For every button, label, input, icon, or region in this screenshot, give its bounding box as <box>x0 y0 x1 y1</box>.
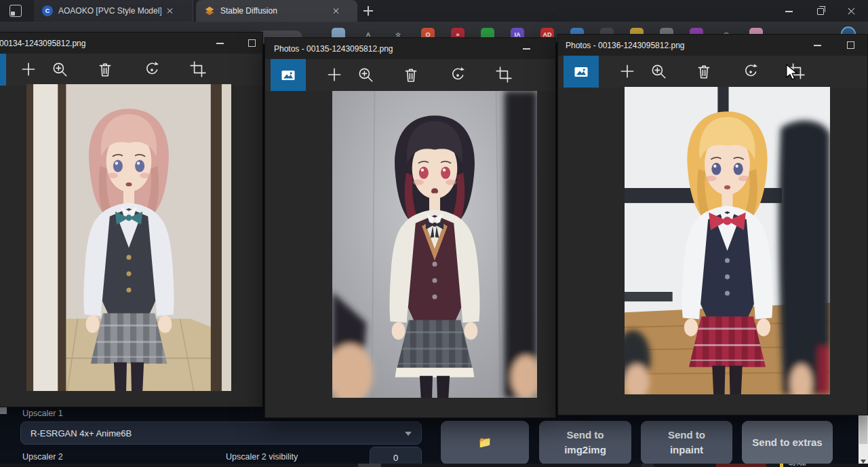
title-bar[interactable]: Photos - 00136-1243095812.png <box>558 35 867 56</box>
delete-icon[interactable] <box>695 62 713 80</box>
photo-icon <box>280 67 296 83</box>
collection-button[interactable] <box>271 59 306 91</box>
rotate-icon[interactable] <box>449 66 467 83</box>
zoom-in-icon[interactable] <box>51 60 68 78</box>
delete-icon[interactable] <box>402 66 420 83</box>
photos-toolbar <box>0 54 262 86</box>
photo-00136[interactable] <box>625 87 830 394</box>
rotate-icon[interactable] <box>143 60 161 78</box>
title-bar[interactable]: 00134-1243095812.png <box>0 33 262 54</box>
zoom-in-icon[interactable] <box>357 66 374 83</box>
send-to-img2img-button[interactable]: Send to img2img <box>539 421 631 464</box>
open-folder-button[interactable]: 📁 <box>441 421 529 464</box>
send-to-inpaint-button[interactable]: Send to inpaint <box>641 421 732 464</box>
window-title: Photos - 00135-1243095812.png <box>274 44 393 54</box>
add-icon[interactable] <box>326 66 343 83</box>
photo-00134[interactable] <box>26 84 231 391</box>
mouse-cursor <box>784 64 799 80</box>
minimize-icon[interactable] <box>216 43 224 44</box>
collection-button[interactable] <box>564 56 599 88</box>
new-tab-icon[interactable] <box>363 6 373 16</box>
minimize-icon[interactable] <box>814 45 821 46</box>
delete-icon[interactable] <box>96 60 114 78</box>
window-restore-icon[interactable] <box>809 0 832 22</box>
add-icon[interactable] <box>618 62 636 80</box>
crop-icon[interactable] <box>189 60 207 78</box>
civitai-favicon-icon: C <box>42 5 53 16</box>
photos-toolbar <box>558 56 867 88</box>
taskbar: 46 AM <box>0 464 868 467</box>
minimize-icon[interactable] <box>523 48 530 50</box>
rotate-icon[interactable] <box>742 62 760 80</box>
tab-label: Stable Diffusion <box>220 6 328 16</box>
photos-window-3: Photos - 00136-1243095812.png <box>557 34 868 415</box>
maximize-icon[interactable] <box>847 41 854 49</box>
crop-icon[interactable] <box>495 66 513 83</box>
taskbar-clock: 46 AM <box>789 464 806 467</box>
photos-window-2: Photos - 00135-1243095812.png <box>264 37 556 418</box>
upscaler2-label: Upscaler 2 <box>22 452 63 462</box>
tab-stable-diffusion[interactable]: Stable Diffusion <box>196 0 357 22</box>
maximize-icon[interactable] <box>248 39 256 47</box>
tab-switcher-icon[interactable] <box>9 5 22 17</box>
page-scrollbar[interactable] <box>859 415 868 467</box>
tray-caret-icon[interactable] <box>642 464 654 467</box>
chevron-down-icon <box>405 432 412 436</box>
desktop: C AOAOKO [PVC Style Model] - PV Stable D… <box>0 0 868 467</box>
window-title: Photos - 00136-1243095812.png <box>566 41 684 50</box>
upscaler1-label: Upscaler 1 <box>22 409 63 418</box>
tab-aoaoko[interactable]: C AOAOKO [PVC Style Model] - PV <box>34 0 193 22</box>
gradio-favicon-icon <box>204 5 215 16</box>
upscaler1-dropdown[interactable]: R-ESRGAN 4x+ Anime6B <box>20 422 422 445</box>
window-title: 00134-1243095812.png <box>0 39 85 48</box>
upscaler2-visibility-label: Upscaler 2 visibility <box>226 452 298 462</box>
add-icon[interactable] <box>20 60 37 78</box>
scrollbar-thumb[interactable] <box>859 415 867 444</box>
tab-label: AOAOKO [PVC Style Model] - PV <box>58 6 161 16</box>
photos-window-1: 00134-1243095812.png <box>0 32 263 407</box>
tray-icon <box>780 464 783 467</box>
collection-button[interactable] <box>0 54 6 86</box>
close-tab-icon[interactable] <box>165 7 174 15</box>
close-tab-icon[interactable] <box>332 7 340 15</box>
browser-tab-bar: C AOAOKO [PVC Style Model] - PV Stable D… <box>0 0 868 22</box>
photo-icon <box>573 64 589 80</box>
zoom-in-icon[interactable] <box>650 62 667 80</box>
title-bar[interactable]: Photos - 00135-1243095812.png <box>265 38 555 59</box>
tray-item[interactable] <box>716 464 766 467</box>
taskbar-item[interactable] <box>358 464 381 467</box>
window-minimize-icon[interactable] <box>778 0 801 22</box>
photo-00135[interactable] <box>332 91 537 398</box>
upscaler1-value: R-ESRGAN 4x+ Anime6B <box>31 428 132 438</box>
send-to-extras-button[interactable]: Send to extras <box>742 421 833 464</box>
window-close-icon[interactable] <box>840 0 863 22</box>
